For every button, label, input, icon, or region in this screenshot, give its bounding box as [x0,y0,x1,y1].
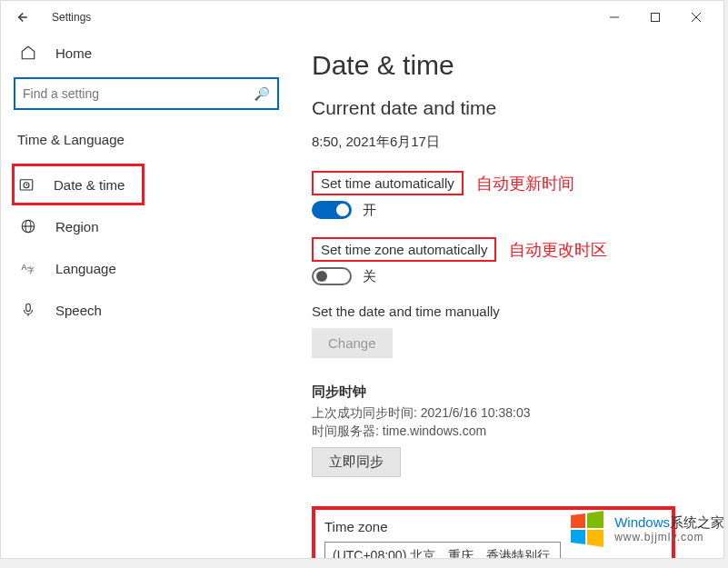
svg-text:字: 字 [27,266,35,274]
auto-time-label: Set time automatically [312,171,464,195]
svg-marker-18 [571,530,585,544]
current-dt-header: Current date and time [312,97,705,119]
page-title: Date & time [312,50,705,81]
auto-time-setting: Set time automatically 自动更新时间 开 [312,171,705,219]
main-content: Date & time Current date and time 8:50, … [292,34,723,558]
change-button[interactable]: Change [312,328,393,358]
back-button[interactable] [8,5,34,30]
auto-tz-toggle[interactable] [312,267,352,285]
sidebar-label-date-time: Date & time [54,177,125,193]
sidebar-label-speech: Speech [55,303,102,318]
watermark-url: www.bjjmlv.com [614,531,724,543]
window-body: Home 🔍 Time & Language Date & time [1,34,723,558]
svg-marker-19 [587,530,603,547]
auto-tz-annotation: 自动更改时区 [509,239,607,261]
search-icon: 🔍 [254,86,270,101]
sync-now-button[interactable]: 立即同步 [312,447,401,477]
current-dt-value: 8:50, 2021年6月17日 [312,134,705,151]
sidebar-item-region[interactable]: Region [14,205,279,247]
sidebar-item-home[interactable]: Home [14,34,279,77]
microphone-icon [19,302,37,318]
language-icon: A 字 [19,260,37,276]
titlebar: Settings [1,1,723,34]
svg-rect-2 [651,14,659,22]
search-input[interactable] [23,86,254,101]
sync-server: 时间服务器: time.windows.com [312,423,705,441]
auto-time-annotation: 自动更新时间 [476,173,574,194]
timezone-value: (UTC+08:00) 北京，重庆，香港特别行政 [333,548,553,558]
auto-tz-state: 关 [363,268,376,285]
maximize-button[interactable] [634,3,675,32]
sync-section: 同步时钟 上次成功同步时间: 2021/6/16 10:38:03 时间服务器:… [312,384,705,495]
search-box[interactable]: 🔍 [14,77,279,110]
svg-text:A: A [22,263,27,272]
auto-tz-label: Set time zone automatically [312,237,496,262]
watermark: Windows系统之家 www.bjjmlv.com [565,508,724,550]
sidebar-home-label: Home [55,45,92,61]
auto-time-state: 开 [363,202,376,219]
sync-title: 同步时钟 [312,384,705,401]
sidebar-label-region: Region [55,219,99,234]
settings-window: Settings Home [0,0,724,559]
svg-marker-17 [587,511,603,528]
window-controls [593,3,716,32]
timezone-select[interactable]: (UTC+08:00) 北京，重庆，香港特别行政 [324,542,561,558]
window-title: Settings [52,11,91,24]
sidebar-item-language[interactable]: A 字 Language [14,247,279,289]
sidebar: Home 🔍 Time & Language Date & time [1,34,292,558]
home-icon [19,45,37,61]
clock-icon [17,176,35,193]
close-button[interactable] [675,3,716,32]
svg-rect-14 [26,304,31,311]
windows-logo-icon [565,508,607,550]
svg-marker-16 [571,513,585,528]
auto-time-toggle[interactable] [312,201,352,219]
sidebar-label-language: Language [55,261,116,276]
manual-dt-label: Set the date and time manually [312,304,705,319]
sidebar-item-date-time[interactable]: Date & time [12,164,145,205]
category-header: Time & Language [14,132,279,147]
globe-icon [19,218,37,234]
minimize-button[interactable] [593,3,634,32]
sync-last: 上次成功同步时间: 2021/6/16 10:38:03 [312,404,705,423]
watermark-brand: Windows系统之家 [614,514,724,531]
auto-tz-setting: Set time zone automatically 自动更改时区 关 [312,237,705,285]
sidebar-item-speech[interactable]: Speech [14,289,279,331]
